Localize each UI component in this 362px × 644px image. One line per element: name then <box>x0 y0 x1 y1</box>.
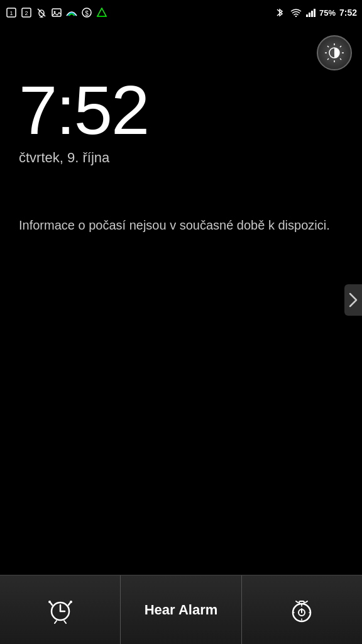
svg-point-28 <box>48 601 51 603</box>
svg-line-22 <box>327 58 329 60</box>
svg-line-27 <box>50 602 52 605</box>
status-icons-left: 1 2 $ <box>5 6 108 19</box>
alarm-clock-button[interactable] <box>0 575 120 644</box>
svg-point-30 <box>70 601 72 603</box>
svg-line-29 <box>69 602 70 605</box>
notif-icon-2: 2 <box>20 6 33 19</box>
svg-line-31 <box>55 621 57 623</box>
battery-percentage: 75% <box>319 8 336 18</box>
notif-icon-1: 1 <box>5 6 18 19</box>
clock-date: čtvrtek, 9. října <box>19 150 343 166</box>
svg-text:$: $ <box>85 10 89 17</box>
main-content: 7:52 čtvrtek, 9. října Informace o počas… <box>0 25 362 575</box>
app-icon <box>96 6 108 19</box>
silent-icon <box>35 6 48 19</box>
clock-time: 7:52 <box>19 75 343 145</box>
svg-point-12 <box>295 16 297 17</box>
svg-point-9 <box>54 11 56 13</box>
svg-line-37 <box>296 601 298 602</box>
weather-info: Informace o počasí nejsou v současné dob… <box>19 216 343 234</box>
status-bar: 1 2 $ <box>0 0 362 25</box>
svg-line-23 <box>340 58 341 60</box>
svg-text:2: 2 <box>25 10 28 16</box>
rainbow-icon <box>65 6 78 19</box>
stopwatch-icon <box>288 596 315 624</box>
svg-line-21 <box>340 46 341 47</box>
status-icons-right: 75% 7:52 <box>273 6 357 19</box>
brightness-button[interactable] <box>317 35 352 70</box>
svg-text:1: 1 <box>9 10 13 16</box>
svg-line-20 <box>327 46 329 47</box>
signal-icon <box>306 9 315 17</box>
hear-alarm-button[interactable]: Hear Alarm <box>120 575 241 644</box>
swipe-right-arrow[interactable] <box>344 284 362 316</box>
svg-rect-8 <box>52 9 61 16</box>
status-time: 7:52 <box>339 8 357 18</box>
hear-alarm-label: Hear Alarm <box>145 602 218 618</box>
svg-line-38 <box>305 601 307 602</box>
bluetooth-icon <box>273 6 286 19</box>
stopwatch-button[interactable] <box>242 575 362 644</box>
image-icon <box>50 6 63 19</box>
dollar-icon: $ <box>80 6 93 19</box>
svg-rect-35 <box>299 601 304 604</box>
svg-line-32 <box>64 621 66 623</box>
bottom-bar: Hear Alarm <box>0 575 362 644</box>
wifi-icon <box>290 6 302 19</box>
alarm-clock-icon <box>47 596 74 624</box>
